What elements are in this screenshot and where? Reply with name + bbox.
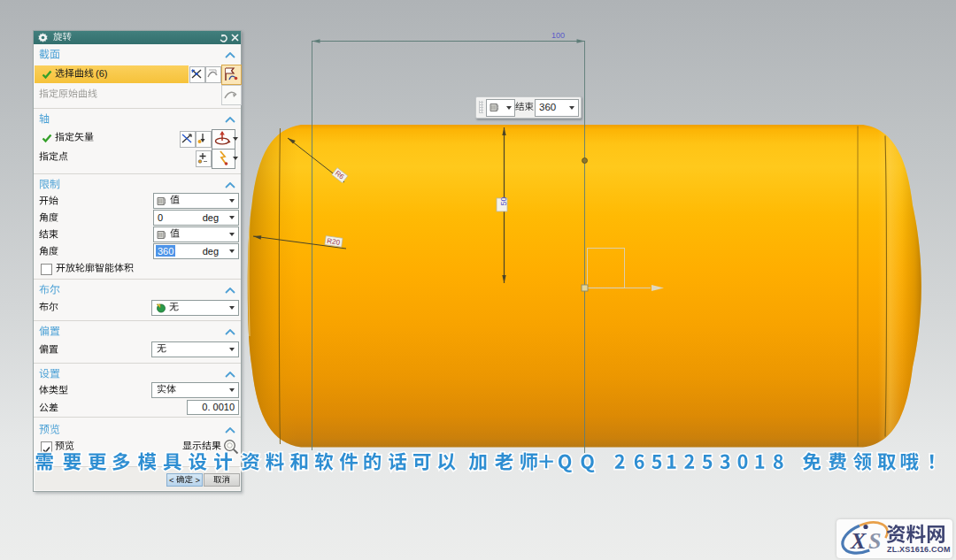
svg-text:S: S [868, 528, 881, 554]
svg-text:X: X [850, 528, 867, 554]
svg-text:100: 100 [551, 31, 565, 40]
svg-text:50: 50 [499, 196, 508, 205]
